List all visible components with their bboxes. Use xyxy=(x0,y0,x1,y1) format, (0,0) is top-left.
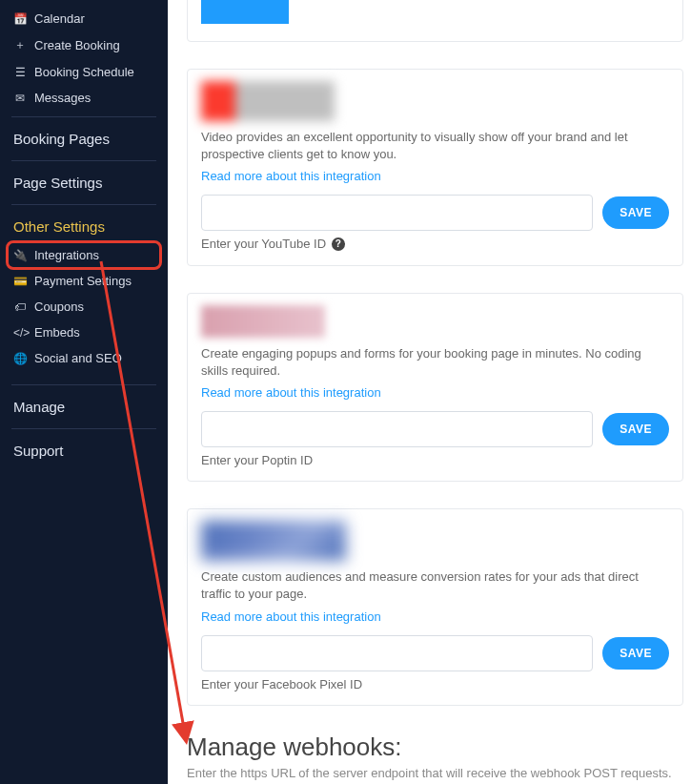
sidebar-item-embeds[interactable]: </> Embeds xyxy=(8,320,160,345)
integration-card-top xyxy=(187,0,683,42)
code-icon: </> xyxy=(13,326,27,340)
integration-logo xyxy=(201,0,289,24)
sidebar-item-label: Embeds xyxy=(34,325,80,340)
sidebar-head-manage[interactable]: Manage xyxy=(8,391,160,423)
main-content: Video provides an excellent opportunity … xyxy=(168,0,691,784)
facebook-pixel-id-input[interactable] xyxy=(201,635,593,671)
sidebar-head-page-settings[interactable]: Page Settings xyxy=(8,167,160,198)
youtube-id-input[interactable] xyxy=(201,195,593,231)
save-button[interactable]: SAVE xyxy=(602,413,669,445)
sidebar-item-label: Payment Settings xyxy=(34,274,132,288)
poptin-id-input[interactable] xyxy=(201,411,593,447)
integration-desc: Create engaging popups and forms for you… xyxy=(201,345,669,380)
sidebar-item-calendar[interactable]: 📅 Calendar xyxy=(8,6,160,31)
integration-card-facebook: Create custom audiences and measure conv… xyxy=(187,508,683,705)
integration-logo-facebook xyxy=(201,521,346,561)
sidebar-item-label: Integrations xyxy=(34,248,99,262)
sidebar-head-booking-pages[interactable]: Booking Pages xyxy=(8,123,160,155)
webhooks-section: Manage webhooks: Enter the https URL of … xyxy=(187,732,683,784)
sidebar-item-label: Booking Schedule xyxy=(34,65,134,79)
webhooks-title: Manage webhooks: xyxy=(187,732,683,762)
card-icon: 💳 xyxy=(13,275,27,288)
save-button[interactable]: SAVE xyxy=(602,637,669,670)
webhooks-desc: Enter the https URL of the server endpoi… xyxy=(187,766,683,780)
divider xyxy=(11,204,156,205)
sidebar-head-support[interactable]: Support xyxy=(8,435,160,466)
sidebar-item-create-booking[interactable]: ＋ Create Booking xyxy=(8,31,160,59)
read-more-link[interactable]: Read more about this integration xyxy=(201,385,381,400)
sidebar-item-social-seo[interactable]: 🌐 Social and SEO xyxy=(8,345,160,371)
sidebar-item-messages[interactable]: ✉ Messages xyxy=(8,85,160,111)
integration-desc: Create custom audiences and measure conv… xyxy=(201,568,669,603)
divider xyxy=(11,384,156,385)
input-hint: Enter your Poptin ID xyxy=(201,453,669,467)
sidebar-item-label: Coupons xyxy=(34,299,84,314)
sidebar-item-label: Messages xyxy=(34,91,91,105)
sidebar-item-coupons[interactable]: 🏷 Coupons xyxy=(8,294,160,320)
sidebar-item-label: Create Booking xyxy=(34,38,120,52)
sidebar-item-label: Social and SEO xyxy=(34,351,122,365)
input-hint: Enter your Facebook Pixel ID xyxy=(201,677,669,691)
divider xyxy=(11,160,156,161)
read-more-link[interactable]: Read more about this integration xyxy=(201,609,381,624)
sidebar-head-other-settings[interactable]: Other Settings xyxy=(8,211,160,242)
list-icon: ☰ xyxy=(13,66,27,79)
save-button[interactable]: SAVE xyxy=(602,196,669,229)
integration-logo-poptin xyxy=(201,305,325,338)
sidebar-item-integrations[interactable]: 🔌 Integrations xyxy=(8,242,160,268)
integration-card-youtube: Video provides an excellent opportunity … xyxy=(187,69,683,266)
envelope-icon: ✉ xyxy=(13,92,27,105)
calendar-icon: 📅 xyxy=(13,12,27,26)
globe-icon: 🌐 xyxy=(13,352,27,365)
divider xyxy=(11,428,156,429)
integration-card-poptin: Create engaging popups and forms for you… xyxy=(187,293,683,482)
integration-desc: Video provides an excellent opportunity … xyxy=(201,129,669,163)
integration-logo-youtube xyxy=(201,81,335,121)
help-icon[interactable]: ? xyxy=(332,237,345,251)
input-hint: Enter your YouTube ID ? xyxy=(201,237,669,252)
sidebar-item-payment-settings[interactable]: 💳 Payment Settings xyxy=(8,268,160,294)
read-more-link[interactable]: Read more about this integration xyxy=(201,169,381,183)
plus-square-icon: ＋ xyxy=(13,37,27,53)
sidebar-item-label: Calendar xyxy=(34,11,85,26)
divider xyxy=(11,116,156,117)
tag-icon: 🏷 xyxy=(13,300,27,314)
plug-icon: 🔌 xyxy=(13,249,27,262)
sidebar-item-booking-schedule[interactable]: ☰ Booking Schedule xyxy=(8,59,160,85)
sidebar: 📅 Calendar ＋ Create Booking ☰ Booking Sc… xyxy=(0,0,168,784)
